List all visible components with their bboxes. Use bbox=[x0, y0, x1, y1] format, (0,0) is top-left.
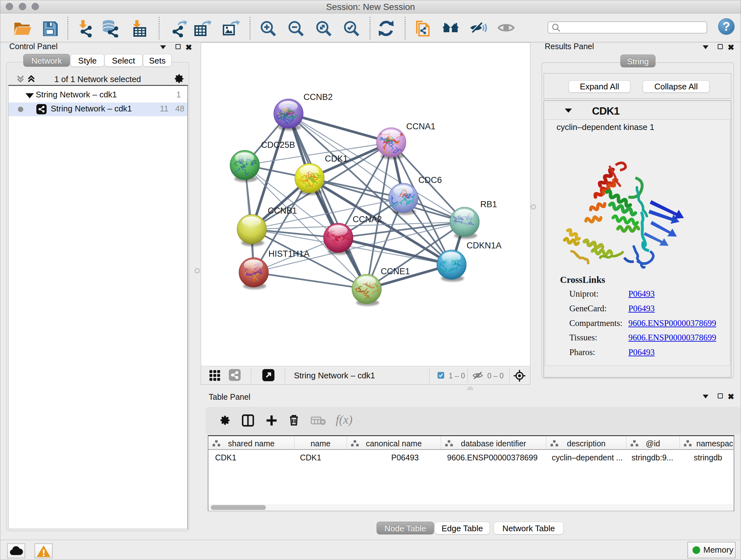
svg-text:CCNB1: CCNB1 bbox=[268, 206, 297, 215]
svg-text:HIST1H1A: HIST1H1A bbox=[268, 249, 310, 259]
svg-text:CCNA1: CCNA1 bbox=[406, 122, 435, 131]
svg-text:CDC6: CDC6 bbox=[418, 175, 442, 185]
svg-text:RB1: RB1 bbox=[480, 199, 497, 209]
svg-text:CDK1: CDK1 bbox=[325, 154, 348, 164]
svg-text:CCNE1: CCNE1 bbox=[381, 266, 410, 276]
svg-text:CDC25B: CDC25B bbox=[261, 140, 295, 150]
svg-text:CCNA2: CCNA2 bbox=[353, 214, 382, 224]
svg-text:CDKN1A: CDKN1A bbox=[467, 241, 502, 250]
svg-text:CCNB2: CCNB2 bbox=[304, 92, 333, 102]
